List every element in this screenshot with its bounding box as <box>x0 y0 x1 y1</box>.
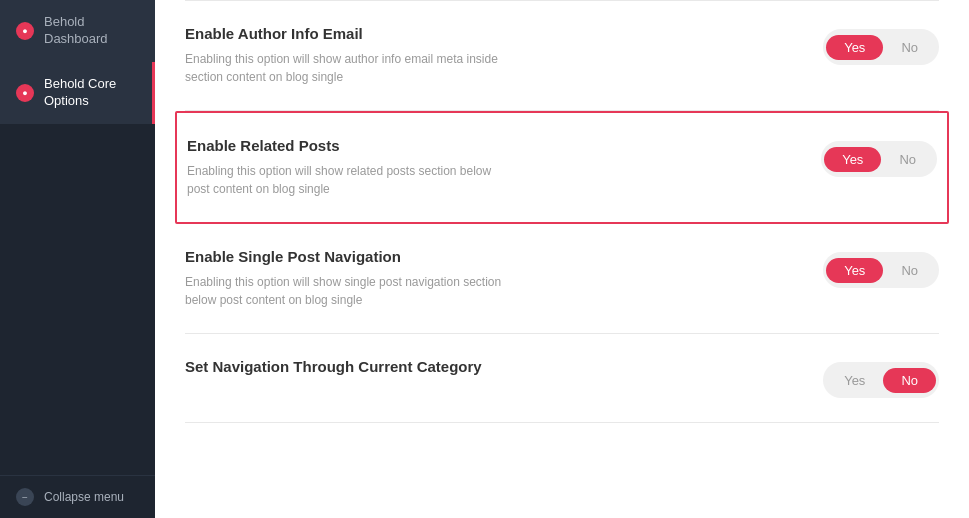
option-text: Enable Related Posts Enabling this optio… <box>187 137 801 198</box>
yes-button-related-posts[interactable]: Yes <box>824 147 881 172</box>
option-desc: Enabling this option will show related p… <box>187 162 507 198</box>
sidebar-bottom: − Collapse menu <box>0 475 155 518</box>
no-button-single-post-navigation[interactable]: No <box>883 258 936 283</box>
no-button-nav-current-category[interactable]: No <box>883 368 936 393</box>
option-desc: Enabling this option will show author in… <box>185 50 505 86</box>
collapse-icon: − <box>16 488 34 506</box>
option-row-enable-author-info-email: Enable Author Info Email Enabling this o… <box>185 0 939 111</box>
toggle-group-nav-current-category: Yes No <box>823 362 939 398</box>
behold-dashboard-icon: ● <box>16 22 34 40</box>
no-button-related-posts[interactable]: No <box>881 147 934 172</box>
toggle-group-author-info-email: Yes No <box>823 29 939 65</box>
option-row-set-navigation-current-category: Set Navigation Through Current Category … <box>185 334 939 423</box>
sidebar-item-label: Behold Core Options <box>44 76 139 110</box>
behold-core-options-icon: ● <box>16 84 34 102</box>
toggle-group-single-post-navigation: Yes No <box>823 252 939 288</box>
sidebar-item-label: Behold Dashboard <box>44 14 139 48</box>
option-text: Enable Single Post Navigation Enabling t… <box>185 248 803 309</box>
option-title: Enable Author Info Email <box>185 25 803 42</box>
sidebar: ● Behold Dashboard ● Behold Core Options… <box>0 0 155 518</box>
options-container: Enable Author Info Email Enabling this o… <box>155 0 969 423</box>
yes-button-single-post-navigation[interactable]: Yes <box>826 258 883 283</box>
option-title: Enable Related Posts <box>187 137 801 154</box>
yes-button-author-info-email[interactable]: Yes <box>826 35 883 60</box>
toggle-group-related-posts: Yes No <box>821 141 937 177</box>
main-content: Enable Author Info Email Enabling this o… <box>155 0 969 518</box>
sidebar-item-behold-core-options[interactable]: ● Behold Core Options <box>0 62 155 124</box>
option-title: Set Navigation Through Current Category <box>185 358 803 375</box>
option-title: Enable Single Post Navigation <box>185 248 803 265</box>
option-row-enable-related-posts: Enable Related Posts Enabling this optio… <box>175 111 949 224</box>
option-desc: Enabling this option will show single po… <box>185 273 505 309</box>
yes-button-nav-current-category[interactable]: Yes <box>826 368 883 393</box>
sidebar-item-behold-dashboard[interactable]: ● Behold Dashboard <box>0 0 155 62</box>
collapse-menu-item[interactable]: − Collapse menu <box>0 476 155 518</box>
option-text: Set Navigation Through Current Category <box>185 358 803 383</box>
option-text: Enable Author Info Email Enabling this o… <box>185 25 803 86</box>
collapse-menu-label: Collapse menu <box>44 490 124 504</box>
no-button-author-info-email[interactable]: No <box>883 35 936 60</box>
sidebar-nav: ● Behold Dashboard ● Behold Core Options <box>0 0 155 475</box>
option-row-enable-single-post-navigation: Enable Single Post Navigation Enabling t… <box>185 224 939 334</box>
